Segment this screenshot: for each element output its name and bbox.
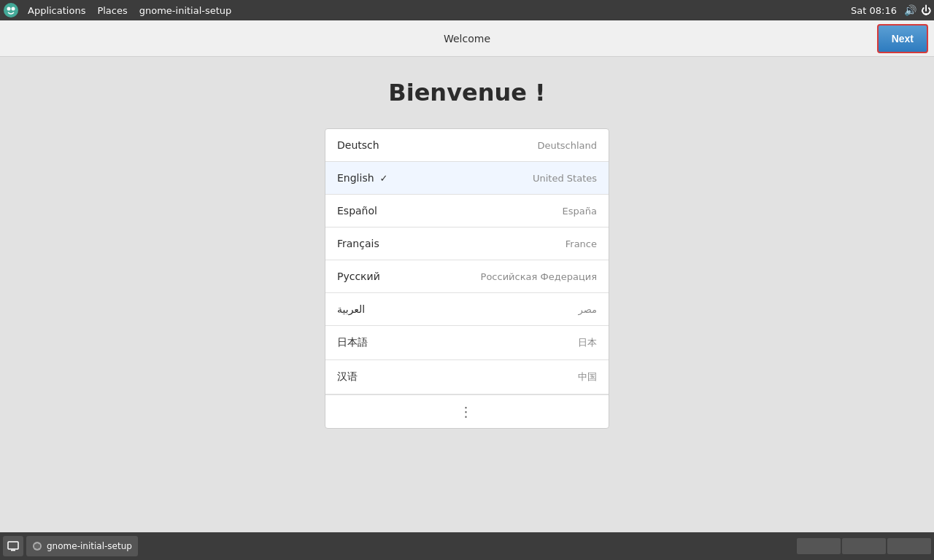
- language-name-japanese: 日本語: [337, 336, 368, 349]
- more-dots-icon: ⋮: [460, 404, 475, 419]
- svg-point-0: [4, 3, 18, 18]
- header-bar: Welcome Next: [0, 20, 934, 57]
- taskbar-app-label: gnome-initial-setup: [47, 541, 132, 551]
- taskbar-app-icon: [32, 541, 42, 551]
- language-name-francais: Français: [337, 238, 379, 249]
- language-name-chinese: 汉语: [337, 370, 358, 384]
- language-row-espanol[interactable]: EspañolEspaña: [325, 195, 609, 228]
- language-name-english: English: [337, 172, 374, 184]
- topbar-left: Applications Places gnome-initial-setup: [3, 2, 237, 18]
- welcome-heading: Bienvenue !: [388, 79, 545, 106]
- app-menu[interactable]: gnome-initial-setup: [134, 4, 238, 18]
- svg-rect-4: [11, 550, 15, 551]
- language-region-russian: Российская Федерация: [481, 271, 597, 282]
- taskbar-right-boxes: [797, 538, 931, 554]
- gnome-logo-icon: [3, 2, 19, 18]
- language-region-arabic: مصر: [579, 304, 597, 315]
- language-row-russian[interactable]: РусскийРоссийская Федерация: [325, 260, 609, 293]
- language-region-francais: France: [566, 238, 597, 249]
- language-name-arabic: العربية: [337, 303, 365, 315]
- taskbar: gnome-initial-setup: [0, 532, 934, 560]
- language-region-chinese: 中国: [578, 370, 597, 384]
- applications-menu[interactable]: Applications: [22, 4, 91, 18]
- show-desktop-button[interactable]: [3, 536, 23, 556]
- topbar-right: Sat 08:16 🔊 ⏻: [851, 4, 931, 16]
- language-check-icon: ✓: [380, 173, 388, 184]
- language-row-arabic[interactable]: العربيةمصر: [325, 293, 609, 326]
- language-region-espanol: España: [563, 206, 597, 217]
- power-icon[interactable]: ⏻: [921, 4, 931, 16]
- language-name-espanol: Español: [337, 205, 377, 217]
- language-region-deutsch: Deutschland: [537, 140, 597, 151]
- header-title: Welcome: [444, 33, 490, 44]
- language-region-english: United States: [533, 173, 597, 184]
- language-row-japanese[interactable]: 日本語日本: [325, 326, 609, 360]
- system-topbar: Applications Places gnome-initial-setup …: [0, 0, 934, 20]
- language-row-deutsch[interactable]: DeutschDeutschland: [325, 129, 609, 162]
- places-menu[interactable]: Places: [91, 4, 133, 18]
- next-button[interactable]: Next: [877, 24, 928, 53]
- language-row-chinese[interactable]: 汉语中国: [325, 360, 609, 394]
- language-row-english[interactable]: English✓United States: [325, 162, 609, 195]
- volume-icon[interactable]: 🔊: [904, 4, 916, 16]
- svg-point-2: [12, 7, 15, 11]
- taskbar-box-1[interactable]: [797, 538, 841, 554]
- svg-rect-3: [8, 542, 18, 549]
- more-languages-button[interactable]: ⋮: [325, 394, 609, 428]
- language-row-francais[interactable]: FrançaisFrance: [325, 228, 609, 260]
- taskbar-box-3[interactable]: [887, 538, 931, 554]
- language-list: DeutschDeutschlandEnglish✓United StatesE…: [325, 128, 609, 429]
- taskbar-app-item[interactable]: gnome-initial-setup: [26, 536, 138, 556]
- clock-display: Sat 08:16: [851, 5, 897, 16]
- main-content: Bienvenue ! DeutschDeutschlandEnglish✓Un…: [0, 57, 934, 532]
- svg-point-1: [7, 7, 11, 11]
- taskbar-box-2[interactable]: [842, 538, 886, 554]
- header-next-area: Next: [874, 20, 934, 56]
- language-region-japanese: 日本: [578, 336, 597, 349]
- language-name-deutsch: Deutsch: [337, 139, 379, 151]
- language-name-russian: Русский: [337, 271, 380, 282]
- show-desktop-icon: [7, 541, 19, 551]
